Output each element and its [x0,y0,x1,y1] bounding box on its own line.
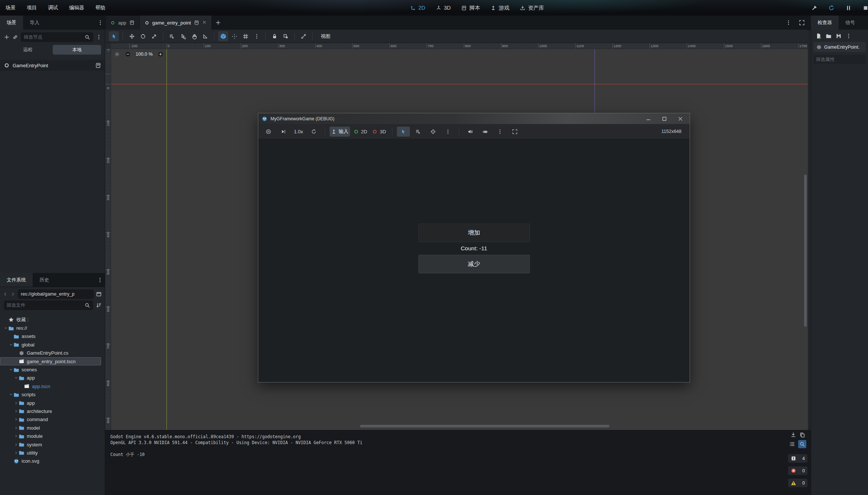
lock-tool-button[interactable] [269,31,279,41]
filesystem-tab-1[interactable]: 历史 [33,273,56,287]
reload-project-button[interactable] [826,3,836,13]
canvas-vertical-scrollbar[interactable] [804,175,807,327]
load-resource-button[interactable] [826,33,832,39]
chev-right-icon[interactable] [13,401,19,405]
close-button[interactable] [677,116,683,122]
mode-tab-1[interactable]: 3D [436,5,451,11]
scene-dock-tab-0[interactable]: 场景 [0,16,23,30]
local-button[interactable]: 本地 [53,45,101,55]
save-resource-button[interactable] [836,33,842,39]
snap-dots-tool-button[interactable] [229,31,239,41]
ruler-tool-button[interactable] [200,31,210,41]
filesystem-menu-button[interactable] [95,275,105,285]
fs-tree-item[interactable]: icon.svg [0,457,105,465]
filter-properties-input[interactable]: 筛选属性 [813,55,866,64]
fs-tree-item[interactable]: module [0,432,105,440]
fs-tree-item[interactable]: res:// [0,324,105,332]
grid-tool-button[interactable] [240,31,250,41]
chev-right-icon[interactable] [13,434,19,438]
zoom-in-button[interactable] [158,51,163,57]
sort-files-button[interactable] [96,302,102,308]
scene-tab-app[interactable]: app [106,16,140,30]
cursor-tool-button[interactable] [109,31,119,41]
mode-tab-2[interactable]: 脚本 [461,4,480,12]
menubar-menu-4[interactable]: 帮助 [90,4,111,11]
menubar-menu-2[interactable]: 调试 [42,4,64,11]
increase-button[interactable]: 增加 [418,224,530,242]
instance-scene-button[interactable] [12,34,18,40]
2D-circle-button[interactable]: 2D [352,127,369,137]
scroll-to-bottom-button[interactable] [790,432,796,438]
close-tab-button[interactable] [202,20,207,26]
chev-down-icon[interactable] [13,376,19,380]
next-frame-button[interactable] [277,127,290,137]
fs-tree-item[interactable]: system [0,440,105,449]
zoom-out-button[interactable] [125,51,131,57]
stop-button[interactable] [861,3,868,13]
fs-tree-item[interactable]: model [0,424,105,432]
pause-scene-button[interactable] [843,3,853,13]
forward-button[interactable] [10,291,16,297]
chev-right-icon[interactable] [13,443,19,447]
menubar-menu-0[interactable]: 场景 [0,4,21,11]
new-scene-tab-button[interactable] [213,18,223,27]
group-tool-button[interactable] [281,31,291,41]
输入-joystick-button[interactable]: 输入 [330,127,350,137]
chev-right-icon[interactable] [13,409,19,413]
fs-tree-item[interactable]: global [0,341,105,349]
remote-button[interactable]: 远程 [4,45,52,55]
inspector-tab-1[interactable]: 信号 [839,16,862,30]
dots-v-button[interactable] [493,127,506,137]
decrease-button[interactable]: 减少 [418,255,530,273]
log-filter-button[interactable] [789,441,795,447]
select-list-button[interactable] [412,127,425,137]
fs-tree-item[interactable]: scripts [0,391,105,399]
split-mode-button[interactable] [96,291,102,297]
scene-tab-game_entry_point[interactable]: game_entry_point [140,16,212,30]
fs-tree-item[interactable]: architecture [0,407,105,415]
mode-tab-0[interactable]: 2D [410,5,425,11]
fs-tree-item[interactable]: assets [0,332,105,341]
dots-v-button[interactable] [441,127,454,137]
dots-v-tool-button[interactable] [252,31,262,41]
chev-down-icon[interactable] [8,343,13,347]
path-input[interactable]: res://global/game_entry_p [18,289,94,299]
chev-down-icon[interactable] [8,368,13,372]
scene-tree-root-node[interactable]: GameEntryPoint [0,60,105,71]
zoom-level[interactable]: 100.0 % [136,52,153,57]
filter-files-input[interactable]: 筛选文件 [4,300,93,310]
distraction-free-button[interactable] [797,18,807,27]
edited-resource[interactable]: GameEntryPoint. [813,42,866,52]
chev-right-icon[interactable] [13,451,19,455]
playback-speed[interactable]: 1.0x [292,129,305,134]
add-node-button[interactable] [4,34,10,40]
fs-tree-item[interactable]: utility [0,449,105,457]
fs-tree-item[interactable]: GameEntryPoint.cs [0,349,105,357]
debugger-badge-1[interactable]: 0 [788,466,807,475]
bone-tool-button[interactable] [298,31,308,41]
scene-dock-menu-button[interactable] [95,18,105,27]
speaker-button[interactable] [464,127,477,137]
select-list-tool-button[interactable] [167,31,177,41]
new-resource-button[interactable] [816,33,822,39]
fs-tree-item[interactable]: app.tscn [0,382,105,390]
rotate-tool-button[interactable] [138,31,148,41]
resource-extras-button[interactable] [846,33,852,39]
minimize-button[interactable] [645,116,651,122]
fs-tree-item[interactable]: app [0,399,105,407]
menubar-menu-1[interactable]: 项目 [21,4,42,11]
log-search-toggle[interactable] [798,440,806,448]
canvas-horizontal-scrollbar[interactable] [360,425,609,427]
fs-tree-item[interactable]: 收藏 : [0,316,105,324]
pan-hand-tool-button[interactable] [189,31,199,41]
target-button[interactable] [427,127,440,137]
pause-game-button[interactable] [262,127,275,137]
view-menu-button[interactable]: 视图 [316,33,335,40]
copy-log-button[interactable] [799,432,805,438]
debugger-badge-2[interactable]: 0 [788,479,807,487]
reset-button[interactable] [307,127,320,137]
build-button[interactable] [809,3,819,13]
fs-tree-item[interactable]: command [0,416,105,424]
3D-circle-button[interactable]: 3D [370,127,388,137]
mode-tab-4[interactable]: 资产库 [520,4,544,12]
